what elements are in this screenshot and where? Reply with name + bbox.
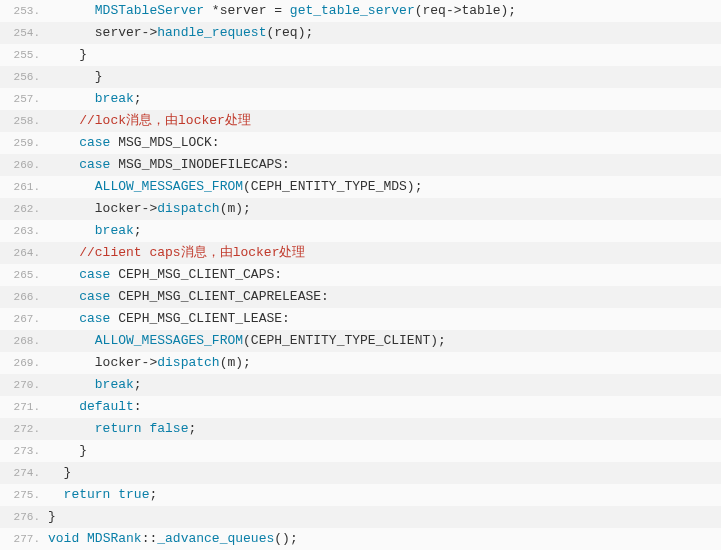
code-line: 256. } bbox=[0, 66, 721, 88]
line-number: 253. bbox=[0, 0, 46, 22]
token-cmt: //lock消息，由locker处理 bbox=[79, 113, 251, 128]
code-content: //lock消息，由locker处理 bbox=[46, 110, 721, 132]
code-content: locker->dispatch(m); bbox=[46, 198, 721, 220]
code-line: 265. case CEPH_MSG_CLIENT_CAPS: bbox=[0, 264, 721, 286]
token-plain: CEPH_MSG_CLIENT_LEASE: bbox=[110, 311, 289, 326]
code-content: MDSTableServer *server = get_table_serve… bbox=[46, 0, 721, 22]
token-kw: void bbox=[48, 531, 79, 546]
code-line: 258. //lock消息，由locker处理 bbox=[0, 110, 721, 132]
token-plain: (m); bbox=[220, 201, 251, 216]
line-number: 270. bbox=[0, 374, 46, 396]
token-plain: } bbox=[48, 509, 56, 524]
line-number: 255. bbox=[0, 44, 46, 66]
token-plain: ; bbox=[134, 91, 142, 106]
line-number: 277. bbox=[0, 528, 46, 550]
line-number: 269. bbox=[0, 352, 46, 374]
token-fn: ALLOW_MESSAGES_FROM bbox=[95, 333, 243, 348]
code-content: ALLOW_MESSAGES_FROM(CEPH_ENTITY_TYPE_MDS… bbox=[46, 176, 721, 198]
token-plain: (); bbox=[274, 531, 297, 546]
token-plain: (CEPH_ENTITY_TYPE_MDS); bbox=[243, 179, 422, 194]
line-number: 271. bbox=[0, 396, 46, 418]
code-line: 269. locker->dispatch(m); bbox=[0, 352, 721, 374]
code-content: ALLOW_MESSAGES_FROM(CEPH_ENTITY_TYPE_CLI… bbox=[46, 330, 721, 352]
token-plain: (CEPH_ENTITY_TYPE_CLIENT); bbox=[243, 333, 446, 348]
token-plain bbox=[79, 531, 87, 546]
token-plain: locker-> bbox=[95, 355, 157, 370]
line-number: 259. bbox=[0, 132, 46, 154]
code-line: 267. case CEPH_MSG_CLIENT_LEASE: bbox=[0, 308, 721, 330]
code-content: case MSG_MDS_INODEFILECAPS: bbox=[46, 154, 721, 176]
code-content: return false; bbox=[46, 418, 721, 440]
token-kw: case bbox=[79, 267, 110, 282]
token-plain: (req); bbox=[266, 25, 313, 40]
line-number: 258. bbox=[0, 110, 46, 132]
code-line: 272. return false; bbox=[0, 418, 721, 440]
token-plain: ; bbox=[149, 487, 157, 502]
token-bool: true bbox=[118, 487, 149, 502]
token-plain: CEPH_MSG_CLIENT_CAPS: bbox=[110, 267, 282, 282]
token-plain: (m); bbox=[220, 355, 251, 370]
line-number: 275. bbox=[0, 484, 46, 506]
code-line: 266. case CEPH_MSG_CLIENT_CAPRELEASE: bbox=[0, 286, 721, 308]
code-line: 263. break; bbox=[0, 220, 721, 242]
token-kw: return bbox=[95, 421, 142, 436]
token-plain: server-> bbox=[95, 25, 157, 40]
code-content: break; bbox=[46, 374, 721, 396]
code-content: case MSG_MDS_LOCK: bbox=[46, 132, 721, 154]
line-number: 276. bbox=[0, 506, 46, 528]
code-content: break; bbox=[46, 88, 721, 110]
code-line: 276.} bbox=[0, 506, 721, 528]
token-plain: } bbox=[95, 69, 103, 84]
token-fn: get_table_server bbox=[290, 3, 415, 18]
token-kw: case bbox=[79, 135, 110, 150]
line-number: 263. bbox=[0, 220, 46, 242]
code-line: 261. ALLOW_MESSAGES_FROM(CEPH_ENTITY_TYP… bbox=[0, 176, 721, 198]
token-plain: } bbox=[79, 443, 87, 458]
code-line: 253. MDSTableServer *server = get_table_… bbox=[0, 0, 721, 22]
code-line: 254. server->handle_request(req); bbox=[0, 22, 721, 44]
token-kw: break bbox=[95, 91, 134, 106]
token-plain: *server = bbox=[204, 3, 290, 18]
line-number: 272. bbox=[0, 418, 46, 440]
line-number: 267. bbox=[0, 308, 46, 330]
line-number: 266. bbox=[0, 286, 46, 308]
line-number: 254. bbox=[0, 22, 46, 44]
line-number: 264. bbox=[0, 242, 46, 264]
code-line: 262. locker->dispatch(m); bbox=[0, 198, 721, 220]
token-kw: break bbox=[95, 377, 134, 392]
code-content: } bbox=[46, 44, 721, 66]
code-line: 271. default: bbox=[0, 396, 721, 418]
token-plain: ; bbox=[134, 377, 142, 392]
token-bool: false bbox=[149, 421, 188, 436]
code-content: locker->dispatch(m); bbox=[46, 352, 721, 374]
code-content: } bbox=[46, 440, 721, 462]
token-kw: case bbox=[79, 157, 110, 172]
line-number: 260. bbox=[0, 154, 46, 176]
token-plain: locker-> bbox=[95, 201, 157, 216]
code-content: server->handle_request(req); bbox=[46, 22, 721, 44]
code-line: 268. ALLOW_MESSAGES_FROM(CEPH_ENTITY_TYP… bbox=[0, 330, 721, 352]
line-number: 273. bbox=[0, 440, 46, 462]
code-line: 273. } bbox=[0, 440, 721, 462]
line-number: 268. bbox=[0, 330, 46, 352]
code-line: 264. //client caps消息，由locker处理 bbox=[0, 242, 721, 264]
token-type: MDSTableServer bbox=[95, 3, 204, 18]
code-line: 275. return true; bbox=[0, 484, 721, 506]
code-content: } bbox=[46, 506, 721, 528]
code-content: case CEPH_MSG_CLIENT_CAPRELEASE: bbox=[46, 286, 721, 308]
token-kw: break bbox=[95, 223, 134, 238]
token-plain: CEPH_MSG_CLIENT_CAPRELEASE: bbox=[110, 289, 328, 304]
code-content: case CEPH_MSG_CLIENT_LEASE: bbox=[46, 308, 721, 330]
line-number: 256. bbox=[0, 66, 46, 88]
code-line: 270. break; bbox=[0, 374, 721, 396]
token-fn: dispatch bbox=[157, 201, 219, 216]
code-line: 259. case MSG_MDS_LOCK: bbox=[0, 132, 721, 154]
code-content: break; bbox=[46, 220, 721, 242]
code-content: default: bbox=[46, 396, 721, 418]
code-content: } bbox=[46, 66, 721, 88]
token-fn: ALLOW_MESSAGES_FROM bbox=[95, 179, 243, 194]
code-line: 274. } bbox=[0, 462, 721, 484]
line-number: 262. bbox=[0, 198, 46, 220]
code-line: 277.void MDSRank::_advance_queues(); bbox=[0, 528, 721, 550]
line-number: 257. bbox=[0, 88, 46, 110]
